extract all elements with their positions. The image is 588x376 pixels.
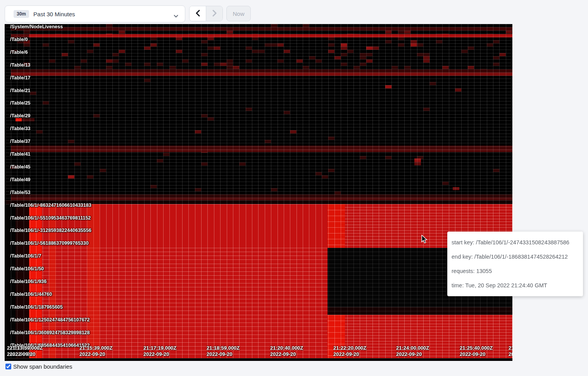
row-label: /Table/29 [10,113,31,118]
range-badge: 30m [14,10,29,18]
row-label: /Table/0 [10,37,28,42]
prev-range-button[interactable] [190,6,206,21]
tooltip-end-key: end key: /Table/106/1/-18683814745282642… [452,250,583,264]
row-label: /Table/21 [10,88,31,93]
chevron-down-icon [174,12,178,19]
row-label: /Table/106/1/-5510953463769811152 [10,215,91,221]
chevron-right-icon [212,10,217,18]
row-label: /Table/13 [10,62,31,68]
row-label: /Table/106/1/3608924758329898128 [10,330,90,335]
row-label: /Table/106/1/-3128593822440635556 [10,228,91,233]
checkbox-label: Show span boundaries [13,363,72,370]
mouse-cursor-icon [420,235,429,246]
row-label: /Table/106/1/-561886370999765330 [10,240,89,246]
time-tick-label: 21:15:39.000Z2022-09-20 [79,345,112,357]
time-tick-label: 21:17:19.000Z2022-09-20 [143,345,176,357]
heatmap-clip: /System/NodeLiveness/Table/0/Table/6/Tab… [5,24,512,361]
time-tick-label: 21:24:00.000Z2022-09-20 [396,345,429,357]
show-span-boundaries-control: Show span boundaries [5,363,72,370]
time-tick-label: 21:27:20.000Z2022-09-20 [509,345,512,357]
row-label: /System/NodeLiveness [10,24,63,29]
row-label: /Table/106/1/44760 [10,292,52,297]
row-label: /Table/49 [10,177,31,182]
chevron-left-icon [195,10,200,18]
row-label: /Table/106/1/1250247484756107672 [10,317,90,323]
row-label: /Table/106/1/936 [10,279,47,284]
hover-tooltip: start key: /Table/106/1/-247433150824388… [447,232,583,296]
time-tick-label: 21:20:40.000Z2022-09-20 [270,345,303,357]
now-button[interactable]: Now [226,6,251,21]
row-label: /Table/6 [10,50,28,55]
key-visualizer: /System/NodeLiveness/Table/0/Table/6/Tab… [5,24,512,361]
next-range-button[interactable] [206,6,222,21]
time-tick-label: 21:18:59.000Z2022-09-20 [207,345,240,357]
row-label: /Table/33 [10,126,31,131]
heatmap-canvas[interactable] [5,24,512,361]
row-label: /Table/25 [10,100,31,106]
time-tick-label: 21:13:59.000Z2022-09-20 [10,345,43,357]
tooltip-requests: requests: 13055 [452,264,583,278]
row-label: /Table/41 [10,151,31,157]
row-label: /Table/106/1/7 [10,253,41,259]
time-tick-label: 21:25:40.000Z2022-09-20 [460,345,493,357]
row-label: /Table/37 [10,139,31,144]
tooltip-start-key: start key: /Table/106/1/-247433150824388… [452,235,583,250]
show-span-boundaries-checkbox[interactable] [5,364,11,369]
row-label: /Table/106/1/50 [10,266,44,271]
time-range-select[interactable]: 30m Past 30 Minutes [5,5,185,22]
row-label: /Table/45 [10,164,31,170]
row-label: /Table/106/1/187965605 [10,304,63,310]
tooltip-time: time: Tue, 20 Sep 2022 21:24:40 GMT [452,278,583,293]
row-label: /Table/106/1/-8632471606610433183 [10,203,91,208]
time-tick-label: 21:22:20.000Z2022-09-20 [333,345,366,357]
row-label: /Table/53 [10,190,31,195]
time-nav-group [189,6,223,21]
row-label: /Table/17 [10,75,31,81]
range-label: Past 30 Minutes [33,11,75,17]
